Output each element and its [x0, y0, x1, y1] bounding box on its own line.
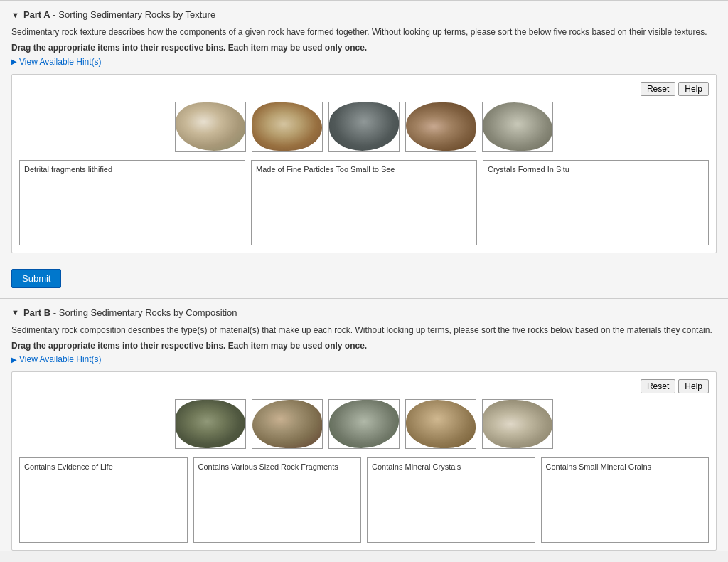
part-b-help-button[interactable]: Help: [678, 379, 709, 393]
rock-item[interactable]: [175, 102, 246, 152]
bin-rock-fragments-label: Contains Various Sized Rock Fragments: [198, 462, 338, 471]
part-a-reset-button[interactable]: Reset: [641, 82, 675, 96]
rock-item[interactable]: [328, 399, 400, 449]
part-b-description: Sedimentary rock composition describes t…: [11, 324, 717, 336]
part-b-drag-instruction: Drag the appropriate items into their re…: [11, 341, 717, 351]
rock-b3-image: [329, 400, 399, 448]
part-a-help-button[interactable]: Help: [678, 82, 709, 96]
rock-a4-image: [406, 102, 476, 151]
part-b-hint-link[interactable]: ▶ View Available Hint(s): [11, 354, 102, 364]
bin-small-mineral-grains[interactable]: Contains Small Mineral Grains: [541, 457, 710, 543]
part-b-hint-text: View Available Hint(s): [19, 354, 102, 364]
part-a-toggle[interactable]: ▼: [11, 11, 19, 19]
part-b-title: Part B - Sorting Sedimentary Rocks by Co…: [23, 307, 237, 318]
bin-crystals-label: Crystals Formed In Situ: [488, 165, 569, 174]
part-b-activity-box: Reset Help: [11, 371, 717, 551]
rock-item[interactable]: [405, 102, 476, 152]
part-a-hint-link[interactable]: ▶ View Available Hint(s): [11, 57, 102, 67]
rock-item[interactable]: [252, 102, 323, 152]
part-a-description: Sedimentary rock texture describes how t…: [11, 26, 717, 38]
bin-evidence-of-life[interactable]: Contains Evidence of Life: [19, 457, 188, 543]
part-b-label: Part B: [23, 307, 50, 318]
bin-rock-fragments[interactable]: Contains Various Sized Rock Fragments: [193, 457, 362, 543]
part-a-toolbar: Reset Help: [19, 82, 709, 96]
part-a-label: Part A: [23, 9, 50, 20]
rock-b2-image: [252, 400, 322, 448]
part-a-header: ▼ Part A - Sorting Sedimentary Rocks by …: [11, 9, 717, 20]
bin-mineral-crystals[interactable]: Contains Mineral Crystals: [367, 457, 535, 543]
part-b-toggle[interactable]: ▼: [11, 308, 19, 317]
page: ▼ Part A - Sorting Sedimentary Rocks by …: [0, 0, 728, 562]
bin-fine-particles[interactable]: Made of Fine Particles Too Small to See: [251, 160, 477, 245]
rock-a3-image: [329, 102, 399, 151]
part-a-rocks-row: [19, 102, 709, 152]
hint-arrow-b-icon: ▶: [11, 356, 17, 364]
rock-a1-image: [176, 102, 245, 151]
hint-arrow-icon: ▶: [11, 58, 17, 65]
part-a-activity-box: Reset Help: [11, 74, 717, 253]
rock-item[interactable]: [482, 399, 553, 449]
part-b-bins-row: Contains Evidence of Life Contains Vario…: [19, 457, 709, 543]
part-a-section: ▼ Part A - Sorting Sedimentary Rocks by …: [0, 0, 728, 298]
part-b-section: ▼ Part B - Sorting Sedimentary Rocks by …: [0, 298, 728, 551]
part-a-dash: -: [53, 9, 55, 20]
part-b-toolbar: Reset Help: [19, 379, 709, 393]
part-a-title-text: Sorting Sedimentary Rocks by Texture: [58, 9, 215, 20]
rock-item[interactable]: [482, 102, 553, 152]
bin-detrital[interactable]: Detrital fragments lithified: [19, 160, 245, 245]
bin-small-mineral-grains-label: Contains Small Mineral Grains: [546, 462, 652, 471]
part-a-submit-button[interactable]: Submit: [11, 269, 61, 288]
bin-evidence-label: Contains Evidence of Life: [24, 462, 113, 471]
part-b-header: ▼ Part B - Sorting Sedimentary Rocks by …: [11, 307, 717, 318]
rock-b5-image: [483, 400, 552, 448]
rock-item[interactable]: [252, 399, 323, 449]
part-b-reset-button[interactable]: Reset: [641, 379, 675, 393]
part-b-dash: -: [53, 307, 56, 318]
rock-b1-image: [176, 400, 245, 448]
part-a-hint-text: View Available Hint(s): [19, 57, 102, 67]
part-a-drag-instruction: Drag the appropriate items into their re…: [11, 43, 717, 53]
bin-detrital-label: Detrital fragments lithified: [24, 165, 112, 174]
bin-mineral-crystals-label: Contains Mineral Crystals: [372, 462, 461, 471]
rock-b4-image: [406, 400, 476, 448]
rock-item[interactable]: [175, 399, 246, 449]
bin-fine-particles-label: Made of Fine Particles Too Small to See: [256, 165, 395, 174]
part-a-bins-row: Detrital fragments lithified Made of Fin…: [19, 160, 709, 245]
part-b-title-text: Sorting Sedimentary Rocks by Composition: [59, 307, 237, 318]
rock-a2-image: [252, 102, 322, 151]
rock-item[interactable]: [405, 399, 476, 449]
part-a-title: Part A - Sorting Sedimentary Rocks by Te…: [23, 9, 215, 20]
rock-a5-image: [483, 102, 552, 151]
rock-item[interactable]: [328, 102, 400, 152]
bin-crystals[interactable]: Crystals Formed In Situ: [483, 160, 709, 245]
part-b-rocks-row: [19, 399, 709, 449]
